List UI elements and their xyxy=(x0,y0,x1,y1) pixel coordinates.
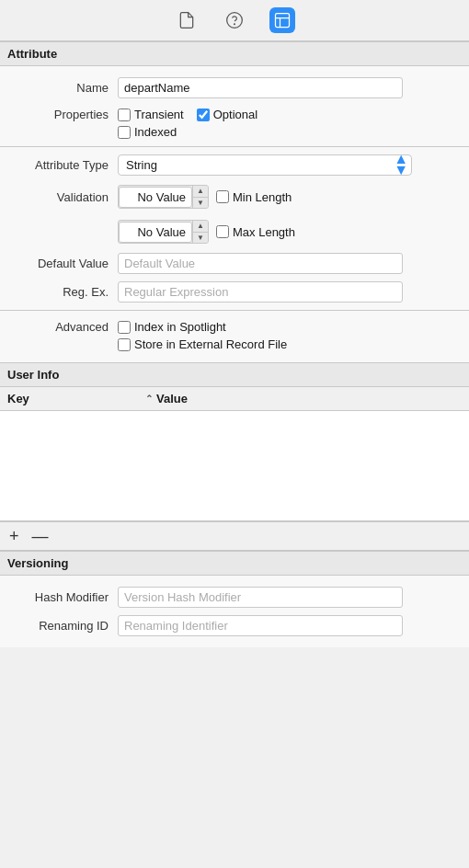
properties-label: Properties xyxy=(7,108,118,121)
store-external-checkbox[interactable] xyxy=(118,338,131,351)
default-value-content xyxy=(118,253,462,274)
indexed-label: Indexed xyxy=(134,125,177,139)
max-decrement-button[interactable]: ▼ xyxy=(193,232,208,243)
advanced-row-2: Store in External Record File xyxy=(118,337,287,351)
versioning-section-header: Versioning xyxy=(0,551,469,576)
indexed-checkbox[interactable] xyxy=(118,126,131,139)
min-length-checkbox-wrapper[interactable]: Min Length xyxy=(216,190,292,204)
reg-ex-content xyxy=(118,281,462,303)
advanced-row-1: Index in Spotlight xyxy=(118,320,287,334)
min-length-input[interactable] xyxy=(119,187,192,208)
attribute-type-select[interactable]: String Integer Boolean Double Date Binar… xyxy=(118,154,412,176)
max-length-checkbox-wrapper[interactable]: Max Length xyxy=(216,225,295,239)
toolbar xyxy=(0,0,469,41)
optional-checkbox[interactable] xyxy=(197,108,210,121)
optional-label: Optional xyxy=(213,108,257,121)
validation-max-content: ▲ ▼ Max Length xyxy=(118,218,462,246)
max-length-input[interactable] xyxy=(119,222,192,243)
user-info-columns: Key ⌃ Value xyxy=(0,387,469,411)
transient-checkbox-wrapper[interactable]: Transient xyxy=(118,108,184,121)
min-increment-button[interactable]: ▲ xyxy=(193,186,208,197)
help-icon-button[interactable] xyxy=(222,7,247,33)
default-value-input[interactable] xyxy=(118,253,403,274)
max-length-label: Max Length xyxy=(233,225,295,239)
transient-checkbox[interactable] xyxy=(118,108,131,121)
max-length-spinner: ▲ ▼ xyxy=(118,220,209,244)
advanced-content: Index in Spotlight Store in External Rec… xyxy=(118,320,462,351)
min-length-label: Min Length xyxy=(233,190,292,204)
attribute-form: Name Properties Transient Optional xyxy=(0,66,469,362)
attribute-type-label: Attribute Type xyxy=(7,158,118,172)
properties-content: Transient Optional Indexed xyxy=(118,108,462,139)
max-spinner-buttons: ▲ ▼ xyxy=(192,221,208,243)
renaming-id-row: Renaming ID xyxy=(0,611,469,640)
properties-block: Transient Optional Indexed xyxy=(118,108,257,139)
min-decrement-button[interactable]: ▼ xyxy=(193,197,208,208)
validation-max-row: ▲ ▼ Max Length xyxy=(0,214,469,249)
attribute-icon-button[interactable] xyxy=(269,7,295,33)
default-value-row: Default Value xyxy=(0,249,469,278)
validation-label: Validation xyxy=(7,190,118,204)
hash-modifier-label: Hash Modifier xyxy=(7,590,118,604)
default-value-label: Default Value xyxy=(7,257,118,270)
hash-modifier-row: Hash Modifier xyxy=(0,583,469,611)
min-spinner-buttons: ▲ ▼ xyxy=(192,186,208,208)
max-increment-button[interactable]: ▲ xyxy=(193,221,208,232)
name-label: Name xyxy=(7,81,118,95)
reg-ex-input[interactable] xyxy=(118,281,403,303)
validation-min-row: Validation ▲ ▼ Min Length xyxy=(0,179,469,214)
add-button[interactable]: + xyxy=(7,528,21,544)
user-info-empty-list xyxy=(0,411,469,521)
advanced-block: Index in Spotlight Store in External Rec… xyxy=(118,320,287,351)
add-remove-row: + — xyxy=(0,521,469,551)
chevron-up-icon: ⌃ xyxy=(145,394,153,404)
min-length-spinner: ▲ ▼ xyxy=(118,185,209,209)
versioning-form: Hash Modifier Renaming ID xyxy=(0,576,469,647)
transient-label: Transient xyxy=(134,108,184,121)
name-row: Name xyxy=(0,74,469,102)
store-external-wrapper[interactable]: Store in External Record File xyxy=(118,337,287,351)
reg-ex-row: Reg. Ex. xyxy=(0,278,469,306)
attribute-section-header: Attribute xyxy=(0,41,469,66)
name-input[interactable] xyxy=(118,77,403,98)
store-external-label: Store in External Record File xyxy=(134,337,287,351)
indexed-checkbox-wrapper[interactable]: Indexed xyxy=(118,125,177,139)
validation-min-content: ▲ ▼ Min Length xyxy=(118,183,462,211)
index-spotlight-label: Index in Spotlight xyxy=(134,320,226,334)
optional-checkbox-wrapper[interactable]: Optional xyxy=(197,108,257,121)
max-length-row: ▲ ▼ Max Length xyxy=(118,218,295,246)
renaming-id-input[interactable] xyxy=(118,615,403,636)
min-length-row: ▲ ▼ Min Length xyxy=(118,183,292,211)
index-spotlight-wrapper[interactable]: Index in Spotlight xyxy=(118,320,226,334)
hash-modifier-input[interactable] xyxy=(118,587,403,608)
advanced-row: Advanced Index in Spotlight Store in Ext… xyxy=(0,314,469,355)
hash-modifier-content xyxy=(118,587,462,608)
max-length-checkbox[interactable] xyxy=(216,225,229,238)
attribute-type-content: String Integer Boolean Double Date Binar… xyxy=(118,154,462,176)
attribute-type-select-wrapper: String Integer Boolean Double Date Binar… xyxy=(118,154,412,176)
name-content xyxy=(118,77,462,98)
props-row-2: Indexed xyxy=(118,125,257,139)
value-column-header: ⌃ Value xyxy=(145,392,188,405)
document-icon-button[interactable] xyxy=(174,7,200,33)
renaming-id-label: Renaming ID xyxy=(7,619,118,633)
user-info-section-header: User Info xyxy=(0,362,469,387)
svg-point-0 xyxy=(227,13,243,29)
props-row-1: Transient Optional xyxy=(118,108,257,121)
reg-ex-label: Reg. Ex. xyxy=(7,285,118,299)
advanced-label: Advanced xyxy=(7,320,118,334)
attribute-type-row: Attribute Type String Integer Boolean Do… xyxy=(0,151,469,179)
key-column-header: Key xyxy=(7,392,145,405)
svg-rect-2 xyxy=(276,14,290,28)
renaming-id-content xyxy=(118,615,462,636)
properties-row: Properties Transient Optional I xyxy=(0,102,469,143)
min-length-checkbox[interactable] xyxy=(216,190,229,203)
index-spotlight-checkbox[interactable] xyxy=(118,321,131,334)
remove-button[interactable]: — xyxy=(30,528,51,544)
